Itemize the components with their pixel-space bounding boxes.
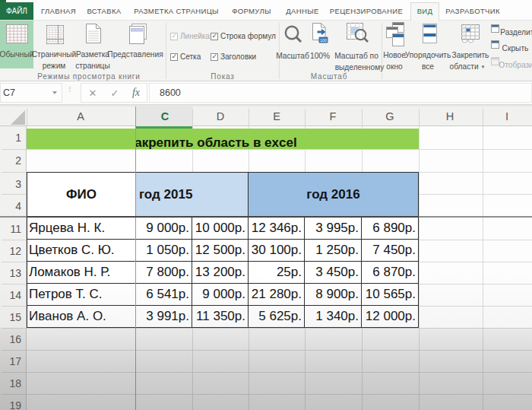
svg-text:100: 100 xyxy=(320,38,327,43)
